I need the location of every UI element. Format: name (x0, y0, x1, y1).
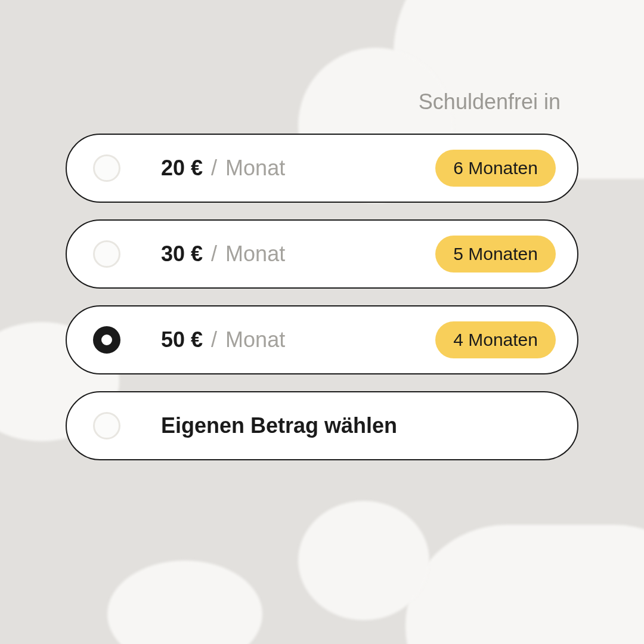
option-slash: / (211, 327, 217, 352)
payment-option-20[interactable]: 20 € / Monat 6 Monaten (66, 134, 578, 203)
duration-badge: 6 Monaten (435, 150, 556, 187)
duration-badge: 5 Monaten (435, 236, 556, 273)
option-label: Eigenen Betrag wählen (161, 413, 556, 438)
payment-plan-selector: Schuldenfrei in 20 € / Monat 6 Monaten 3… (0, 0, 644, 644)
option-amount: 20 € (161, 156, 203, 181)
option-slash: / (211, 156, 217, 181)
option-slash: / (211, 242, 217, 267)
payment-option-50[interactable]: 50 € / Monat 4 Monaten (66, 305, 578, 374)
payment-option-custom[interactable]: Eigenen Betrag wählen (66, 391, 578, 460)
radio-icon[interactable] (93, 240, 120, 268)
option-label: 20 € / Monat (161, 156, 435, 181)
radio-icon[interactable] (93, 154, 120, 182)
radio-icon[interactable] (93, 412, 120, 439)
option-amount: 50 € (161, 327, 203, 352)
option-period: Monat (225, 242, 285, 267)
option-label: 50 € / Monat (161, 327, 435, 352)
option-label: 30 € / Monat (161, 242, 435, 267)
option-period: Monat (225, 327, 285, 352)
option-period: Monat (225, 156, 285, 181)
option-amount: 30 € (161, 242, 203, 267)
option-list: 20 € / Monat 6 Monaten 30 € / Monat 5 Mo… (66, 134, 578, 460)
radio-icon[interactable] (93, 326, 120, 354)
payment-option-30[interactable]: 30 € / Monat 5 Monaten (66, 219, 578, 289)
header-label: Schuldenfrei in (66, 89, 578, 114)
duration-badge: 4 Monaten (435, 321, 556, 358)
